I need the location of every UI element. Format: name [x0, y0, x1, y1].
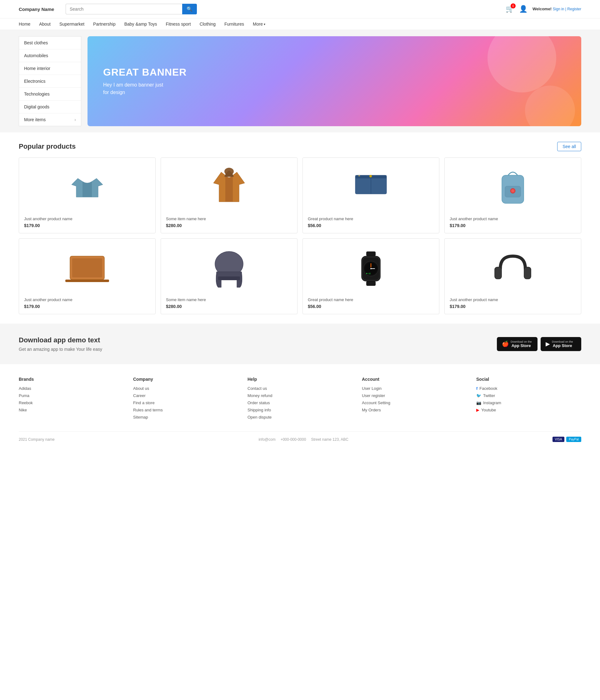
nav-item-fitness[interactable]: Fitness sport: [166, 22, 191, 27]
product-card-6[interactable]: Some item name here $280.00: [161, 238, 297, 314]
footer-company-title: Company: [133, 377, 238, 382]
nav-item-supermarket[interactable]: Supermarket: [59, 22, 85, 27]
footer-link-account-setting[interactable]: Account Setting: [362, 400, 467, 405]
banner-content: GREAT BANNER Hey I am demo banner justfo…: [88, 54, 202, 109]
footer-link-user-login[interactable]: User Login: [362, 386, 467, 391]
android-icon: ▶: [546, 341, 550, 347]
svg-rect-12: [65, 280, 109, 282]
search-input[interactable]: [66, 4, 182, 15]
footer-link-instagram[interactable]: 📷 Instagram: [476, 400, 581, 405]
nav-item-more[interactable]: More ▾: [253, 22, 265, 27]
search-button[interactable]: 🔍: [182, 4, 197, 15]
product-card-8[interactable]: Just another product name $179.00: [445, 238, 581, 314]
product-card-1[interactable]: Just another product name $179.00: [19, 157, 155, 233]
footer-link-youtube[interactable]: ▶ Youtube: [476, 408, 581, 412]
footer-address: Street name 123, ABC: [311, 437, 348, 442]
footer-account-title: Account: [362, 377, 467, 382]
app-section-title: Download app demo text: [19, 336, 102, 344]
sidebar-item-more-items[interactable]: More items ›: [19, 114, 81, 126]
footer-brands-title: Brands: [19, 377, 124, 382]
instagram-icon: 📷: [476, 400, 481, 405]
product-name-1: Just another product name: [24, 217, 150, 221]
footer-brands: Brands Adidas Puma Reebok Nike: [19, 377, 124, 422]
facebook-icon: f: [476, 386, 478, 391]
product-image-7: ♥ 82: [308, 244, 434, 294]
navigation: Home About Supermarket Partnership Baby …: [0, 19, 600, 30]
nav-item-furnitures[interactable]: Furnitures: [224, 22, 244, 27]
nav-item-home[interactable]: Home: [19, 22, 30, 27]
company-logo: Company Name: [19, 6, 59, 12]
footer-link-twitter[interactable]: 🐦 Twitter: [476, 393, 581, 398]
app-store-button-2[interactable]: ▶ Download on the App Store: [541, 337, 581, 351]
banner-title: GREAT BANNER: [103, 67, 187, 78]
section-header: Popular products See all: [19, 142, 581, 151]
chevron-down-icon: ▾: [264, 23, 265, 26]
product-price-2: $280.00: [166, 223, 292, 228]
sidebar-item-home-interior[interactable]: Home interior: [19, 62, 81, 75]
youtube-icon: ▶: [476, 408, 479, 412]
footer-link-puma[interactable]: Puma: [19, 393, 124, 398]
footer-email: info@com: [259, 437, 275, 442]
product-price-4: $179.00: [450, 223, 576, 228]
see-all-button[interactable]: See all: [557, 142, 581, 151]
footer-link-order-status[interactable]: Order status: [247, 400, 353, 405]
nav-item-clothing[interactable]: Clothing: [200, 22, 216, 27]
product-name-4: Just another product name: [450, 217, 576, 221]
footer-link-about-us[interactable]: About us: [133, 386, 238, 391]
products-grid: Just another product name $179.00 Some i…: [19, 157, 581, 314]
footer-link-career[interactable]: Career: [133, 393, 238, 398]
product-card-7[interactable]: ♥ 82 Great product name here $56.00: [303, 238, 439, 314]
svg-point-5: [369, 175, 372, 177]
apple-icon: 🍎: [502, 341, 509, 347]
product-image-6: [166, 244, 292, 294]
nav-item-baby-toys[interactable]: Baby &amp Toys: [124, 22, 157, 27]
footer-link-user-register[interactable]: User register: [362, 393, 467, 398]
app-store-button-1[interactable]: 🍎 Download on the App Store: [497, 337, 537, 351]
banner-subtitle: Hey I am demo banner justfor design: [103, 81, 187, 96]
svg-text:♥ 82: ♥ 82: [366, 272, 371, 275]
footer-link-my-orders[interactable]: My Orders: [362, 408, 467, 412]
user-icon[interactable]: 👤: [519, 5, 528, 13]
cart-wrapper: 🛒 0: [506, 5, 514, 13]
product-card-2[interactable]: Some item name here $280.00: [161, 157, 297, 233]
product-price-8: $179.00: [450, 304, 576, 309]
app-buttons: 🍎 Download on the App Store ▶ Download o…: [497, 337, 581, 351]
footer-link-adidas[interactable]: Adidas: [19, 386, 124, 391]
sidebar-item-automobiles[interactable]: Automobiles: [19, 49, 81, 62]
sidebar-item-electronics[interactable]: Electronics: [19, 75, 81, 88]
svg-rect-15: [366, 251, 376, 256]
footer-link-nike[interactable]: Nike: [19, 408, 124, 412]
nav-item-about[interactable]: About: [39, 22, 51, 27]
visa-badge: VISA: [552, 437, 565, 442]
footer-link-sitemap[interactable]: Sitemap: [133, 415, 238, 420]
welcome-text: Welcome! Sign in | Register: [532, 6, 581, 12]
sidebar-item-technologies[interactable]: Technologies: [19, 88, 81, 101]
sidebar-item-digital-goods[interactable]: Digital goods: [19, 101, 81, 114]
product-card-5[interactable]: Just another product name $179.00: [19, 238, 155, 314]
svg-rect-26: [524, 267, 531, 279]
product-card-4[interactable]: Just another product name $179.00: [445, 157, 581, 233]
sidebar-item-best-clothes[interactable]: Best clothes: [19, 36, 81, 49]
product-price-5: $179.00: [24, 304, 150, 309]
footer-link-refund[interactable]: Money refund: [247, 393, 353, 398]
svg-rect-16: [366, 281, 376, 286]
footer-link-find-store[interactable]: Find a store: [133, 400, 238, 405]
app-text: Download app demo text Get an amazing ap…: [19, 336, 102, 352]
nav-item-partnership[interactable]: Partnership: [93, 22, 116, 27]
product-image-3: [308, 163, 434, 213]
footer-bottom: 2021 Company name info@com +000-000-0000…: [19, 431, 581, 442]
footer-link-reebok[interactable]: Reebok: [19, 400, 124, 405]
footer-link-contact[interactable]: Contact us: [247, 386, 353, 391]
footer-link-shipping[interactable]: Shipping info: [247, 408, 353, 412]
header: Company Name 🔍 🛒 0 👤 Welcome! Sign in | …: [0, 0, 600, 19]
product-image-1: [24, 163, 150, 213]
footer-link-dispute[interactable]: Open dispute: [247, 415, 353, 420]
product-price-7: $56.00: [308, 304, 434, 309]
product-image-4: [450, 163, 576, 213]
signin-link[interactable]: Sign in | Register: [553, 7, 581, 11]
product-card-3[interactable]: Great product name here $56.00: [303, 157, 439, 233]
paypal-badge: PayPal: [566, 437, 581, 442]
footer-link-rules[interactable]: Rules and terms: [133, 408, 238, 412]
footer-link-facebook[interactable]: f Facebook: [476, 386, 581, 391]
payment-badges: VISA PayPal: [552, 437, 581, 442]
